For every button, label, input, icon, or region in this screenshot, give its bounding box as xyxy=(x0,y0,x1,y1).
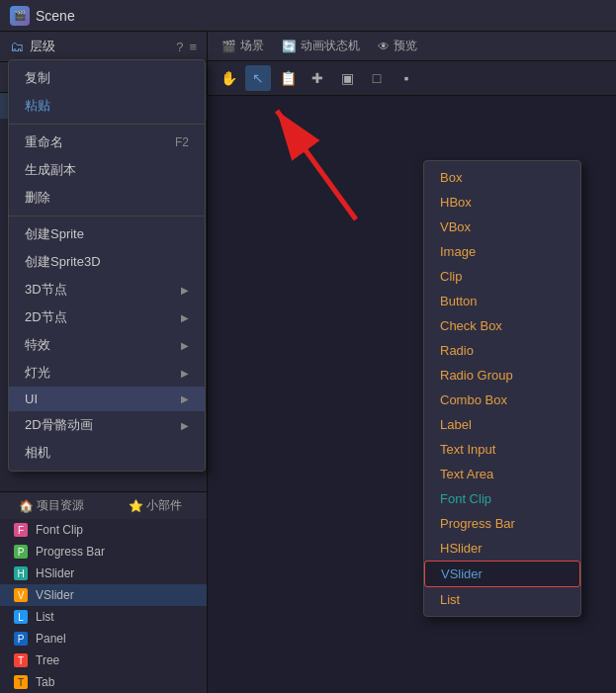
tool-select[interactable]: ↖ xyxy=(245,65,271,91)
title-bar: 🎬 Scene xyxy=(0,0,616,32)
svg-line-1 xyxy=(277,111,356,219)
hslider-icon: H xyxy=(14,566,28,580)
app-title: Scene xyxy=(36,8,75,24)
menu-paste[interactable]: 粘贴 xyxy=(9,92,205,120)
menu-effects[interactable]: 特效 xyxy=(9,331,205,359)
menu-2d-node[interactable]: 2D节点 xyxy=(9,303,205,331)
panel-icon: P xyxy=(14,632,28,646)
menu-create-sprite[interactable]: 创建Sprite xyxy=(9,220,205,248)
tool-rect2[interactable]: □ xyxy=(364,65,390,91)
menu-3d-node[interactable]: 3D节点 xyxy=(9,276,205,303)
menu-divider-1 xyxy=(9,124,205,125)
font-clip-icon: F xyxy=(14,523,28,537)
context-menu-left: 复制 粘贴 重命名 F2 生成副本 删除 创建Sprite 创建Sprite3D… xyxy=(8,59,206,472)
app-icon: 🎬 xyxy=(10,6,30,26)
menu-camera[interactable]: 相机 xyxy=(9,439,205,467)
panel-title: 层级 xyxy=(30,38,55,55)
submenu-list[interactable]: List xyxy=(424,587,580,612)
tree-icon: T xyxy=(14,653,28,667)
submenu-vslider[interactable]: VSlider xyxy=(424,561,580,587)
submenu-image[interactable]: Image xyxy=(424,239,580,264)
menu-skeleton2d[interactable]: 2D骨骼动画 xyxy=(9,411,205,439)
tab-widgets[interactable]: ⭐ 小部件 xyxy=(104,492,208,519)
menu-copy[interactable]: 复制 xyxy=(9,64,205,92)
main-layout: 🗂 层级 ? ≡ + ⧉ Scene2D 复制 粘贴 重命名 F xyxy=(0,32,616,693)
submenu-button[interactable]: Button xyxy=(424,289,580,313)
tab-project-assets[interactable]: 🏠 项目资源 xyxy=(0,492,104,519)
submenu-font-clip[interactable]: Font Clip xyxy=(424,486,580,511)
progress-bar-icon: P xyxy=(14,545,28,559)
submenu-box[interactable]: Box xyxy=(424,165,580,190)
menu-delete[interactable]: 删除 xyxy=(9,184,205,212)
home-icon: 🏠 xyxy=(19,499,34,513)
tool-rect3[interactable]: ▪ xyxy=(394,65,419,91)
panel-header: 🗂 层级 ? ≡ xyxy=(0,32,207,62)
submenu-text-input[interactable]: Text Input xyxy=(424,437,580,462)
right-panel: 🎬 场景 🔄 动画状态机 👁 预览 ✋ ↖ 📋 ✚ ▣ □ ▪ Box xyxy=(208,32,616,693)
tool-add[interactable]: ✚ xyxy=(305,65,330,91)
tab-preview[interactable]: 👁 预览 xyxy=(370,34,425,58)
asset-progress-bar[interactable]: P Progress Bar xyxy=(0,541,207,563)
tab-animation-state[interactable]: 🔄 动画状态机 xyxy=(274,34,368,58)
ui-submenu: Box HBox VBox Image Clip Button Check Bo… xyxy=(423,160,581,617)
submenu-text-area[interactable]: Text Area xyxy=(424,462,580,486)
menu-ui[interactable]: UI xyxy=(9,387,205,411)
vslider-icon: V xyxy=(14,588,28,602)
asset-vslider[interactable]: V VSlider xyxy=(0,584,207,606)
asset-list: F Font Clip P Progress Bar H HSlider V V… xyxy=(0,519,207,693)
tool-rect1[interactable]: ▣ xyxy=(334,65,360,91)
right-tabs: 🎬 场景 🔄 动画状态机 👁 预览 xyxy=(208,32,616,61)
submenu-progress-bar[interactable]: Progress Bar xyxy=(424,511,580,536)
asset-panel[interactable]: P Panel xyxy=(0,628,207,650)
left-panel: 🗂 层级 ? ≡ + ⧉ Scene2D 复制 粘贴 重命名 F xyxy=(0,32,208,693)
layers-icon: 🗂 xyxy=(10,39,24,54)
star-icon: ⭐ xyxy=(129,499,143,513)
submenu-combobox[interactable]: Combo Box xyxy=(424,388,580,412)
menu-duplicate[interactable]: 生成副本 xyxy=(9,156,205,184)
tool-hand[interactable]: ✋ xyxy=(216,65,241,91)
asset-tab[interactable]: T Tab xyxy=(0,671,207,693)
help-icon[interactable]: ? xyxy=(176,40,183,54)
animation-tab-icon: 🔄 xyxy=(282,40,297,53)
menu-light[interactable]: 灯光 xyxy=(9,359,205,387)
asset-list[interactable]: L List xyxy=(0,606,207,628)
preview-tab-icon: 👁 xyxy=(378,40,390,53)
tool-copy[interactable]: 📋 xyxy=(275,65,301,91)
submenu-label[interactable]: Label xyxy=(424,412,580,437)
submenu-vbox[interactable]: VBox xyxy=(424,215,580,239)
menu-divider-2 xyxy=(9,216,205,217)
menu-rename[interactable]: 重命名 F2 xyxy=(9,129,205,156)
submenu-radio[interactable]: Radio xyxy=(424,338,580,363)
scene-tab-icon: 🎬 xyxy=(221,40,236,53)
asset-font-clip[interactable]: F Font Clip xyxy=(0,519,207,541)
asset-hslider[interactable]: H HSlider xyxy=(0,563,207,584)
red-arrow-indicator xyxy=(257,91,376,252)
asset-tree[interactable]: T Tree xyxy=(0,650,207,671)
submenu-checkbox[interactable]: Check Box xyxy=(424,313,580,338)
tab-icon: T xyxy=(14,675,28,689)
list-icon: L xyxy=(14,610,28,624)
submenu-hslider[interactable]: HSlider xyxy=(424,536,580,561)
toolbar: ✋ ↖ 📋 ✚ ▣ □ ▪ xyxy=(208,61,616,96)
menu-icon[interactable]: ≡ xyxy=(189,40,197,54)
submenu-clip[interactable]: Clip xyxy=(424,264,580,289)
tab-scene[interactable]: 🎬 场景 xyxy=(214,34,272,58)
submenu-radio-group[interactable]: Radio Group xyxy=(424,363,580,388)
bottom-tabs: 🏠 项目资源 ⭐ 小部件 xyxy=(0,491,207,519)
menu-create-sprite3d[interactable]: 创建Sprite3D xyxy=(9,248,205,276)
submenu-hbox[interactable]: HBox xyxy=(424,190,580,215)
